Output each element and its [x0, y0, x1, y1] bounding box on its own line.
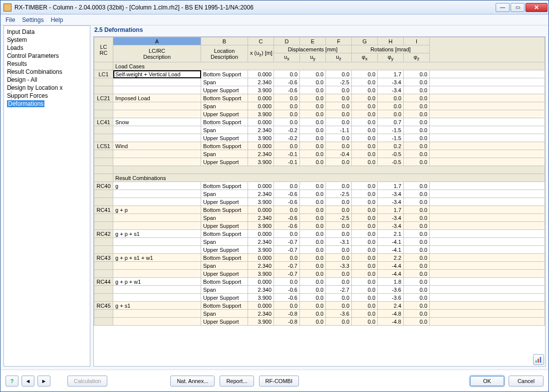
col-filler	[430, 37, 545, 62]
calculation-button[interactable]: Calculation	[67, 376, 107, 387]
nav-tree[interactable]: Input Data System Loads Control Paramete…	[3, 25, 90, 367]
table-row[interactable]: Upper Support3.900-0.60.00.00.0-3.60.0	[94, 294, 545, 302]
tree-support-forces[interactable]: Support Forces	[6, 92, 88, 100]
help-button[interactable]: ?	[5, 376, 18, 387]
col-xuz[interactable]: x (uz) [m]	[248, 45, 274, 62]
tree-system[interactable]: System	[6, 36, 88, 44]
data-grid[interactable]: LC RC A B C D E F G H I	[93, 36, 546, 367]
table-row[interactable]: Upper Support3.900-0.70.00.00.0-4.10.0	[94, 246, 545, 254]
table-row[interactable]: LC51WindBottom Support0.0000.00.00.00.00…	[94, 142, 545, 150]
table-row[interactable]: Span2.340-0.20.0-1.10.0-1.50.0	[94, 126, 545, 134]
report-button[interactable]: Report...	[220, 376, 254, 387]
table-row[interactable]: RC41g + pBottom Support0.0000.00.00.00.0…	[94, 206, 545, 214]
col-group-disp[interactable]: Displacements [mm]	[274, 45, 352, 53]
col-letter-h[interactable]: H	[378, 37, 404, 45]
col-letter-a[interactable]: A	[113, 37, 201, 45]
section-row: Load Cases	[94, 62, 545, 70]
menu-help[interactable]: Help	[51, 16, 63, 23]
table-row[interactable]: Upper Support3.900-0.10.00.00.0-0.50.0	[94, 158, 545, 166]
tree-deformations[interactable]: Deformations	[6, 100, 88, 108]
next-button[interactable]: ►	[37, 376, 50, 387]
svg-rect-2	[540, 357, 542, 363]
table-row[interactable]: Span2.340-0.60.0-2.50.0-3.40.0	[94, 190, 545, 198]
menubar: File Settings Help	[0, 14, 549, 25]
table-row[interactable]: Upper Support3.900-0.60.00.00.0-3.40.0	[94, 222, 545, 230]
prev-button[interactable]: ◄	[21, 376, 34, 387]
table-row[interactable]: Upper Support3.900-0.70.00.00.0-4.40.0	[94, 270, 545, 278]
col-letter-f[interactable]: F	[326, 37, 352, 45]
col-uz[interactable]: uz	[326, 53, 352, 62]
table-row[interactable]: Span2.340-0.70.0-3.30.0-4.40.0	[94, 262, 545, 270]
table-row[interactable]: Upper Support3.900-0.20.00.00.0-1.50.0	[94, 134, 545, 142]
table-row[interactable]: Upper Support3.900-0.80.00.00.0-4.80.0	[94, 318, 545, 326]
col-desc-a[interactable]: LC/RC Description	[113, 45, 201, 62]
col-letter-i[interactable]: I	[404, 37, 430, 45]
col-lc-rc[interactable]: LC RC	[94, 37, 113, 62]
graph-icon[interactable]	[533, 354, 544, 365]
table-row[interactable]: RC40gBottom Support0.0000.00.00.00.01.70…	[94, 182, 545, 190]
col-letter-d[interactable]: D	[274, 37, 300, 45]
col-phix[interactable]: φx	[352, 53, 378, 62]
col-phiz[interactable]: φz	[404, 53, 430, 62]
section-row: Result Combinations	[94, 174, 545, 182]
svg-rect-0	[536, 361, 537, 363]
table-row[interactable]: LC1Self-weight + Vertical LoadBottom Sup…	[94, 70, 545, 78]
rf-combi-button[interactable]: RF-COMBI	[259, 376, 299, 387]
tree-control-params[interactable]: Control Parameters	[6, 52, 88, 60]
tree-loads[interactable]: Loads	[6, 44, 88, 52]
table-row[interactable]: Span2.340-0.60.0-2.50.0-3.40.0	[94, 78, 545, 86]
table-row[interactable]: Span2.340-0.10.0-0.40.0-0.50.0	[94, 150, 545, 158]
table-row[interactable]: RC45g + s1Bottom Support0.0000.00.00.00.…	[94, 302, 545, 310]
col-phiy[interactable]: φy	[378, 53, 404, 62]
menu-settings[interactable]: Settings	[22, 16, 43, 23]
footer: ? ◄ ► Calculation Nat. Annex... Report..…	[0, 370, 549, 392]
table-row[interactable]: Upper Support3.9000.00.00.00.00.00.0	[94, 110, 545, 118]
tree-input-data[interactable]: Input Data	[6, 28, 88, 36]
titlebar[interactable]: RX-TIMBER - Column - 2.04.0003 (32bit) -…	[0, 0, 549, 14]
window-title: RX-TIMBER - Column - 2.04.0003 (32bit) -…	[14, 4, 496, 11]
maximize-button[interactable]: ▭	[511, 3, 525, 12]
nat-annex-button[interactable]: Nat. Annex...	[170, 376, 215, 387]
ok-button[interactable]: OK	[470, 376, 505, 387]
table-row[interactable]: Upper Support3.900-0.60.00.00.0-3.40.0	[94, 86, 545, 94]
app-icon	[3, 3, 11, 11]
col-letter-e[interactable]: E	[300, 37, 326, 45]
app-window: RX-TIMBER - Column - 2.04.0003 (32bit) -…	[0, 0, 549, 392]
table-row[interactable]: Upper Support3.900-0.60.00.00.0-3.40.0	[94, 198, 545, 206]
tree-result-combinations[interactable]: Result Combinations	[6, 68, 88, 76]
table-row[interactable]: Span0.0000.00.00.00.00.00.0	[94, 102, 545, 110]
table-row[interactable]: Span2.340-0.70.0-3.10.0-4.10.0	[94, 238, 545, 246]
minimize-button[interactable]: —	[496, 3, 510, 12]
cancel-button[interactable]: Cancel	[509, 376, 544, 387]
table-row[interactable]: RC43g + p + s1 + w1Bottom Support0.0000.…	[94, 254, 545, 262]
panel-title: 2.5 Deformations	[93, 25, 546, 36]
table-row[interactable]: Span2.340-0.60.0-2.70.0-3.60.0	[94, 286, 545, 294]
tree-design-location[interactable]: Design by Location x	[6, 84, 88, 92]
col-letter-b[interactable]: B	[201, 37, 248, 45]
tree-results[interactable]: Results	[6, 60, 88, 68]
col-desc-b[interactable]: Location Description	[201, 45, 248, 62]
tree-design-all[interactable]: Design - All	[6, 76, 88, 84]
table-row[interactable]: Span2.340-0.80.0-3.60.0-4.80.0	[94, 310, 545, 318]
close-button[interactable]: ✕	[526, 3, 548, 12]
col-group-rot[interactable]: Rotations [mrad]	[352, 45, 430, 53]
table-row[interactable]: RC44g + p + w1Bottom Support0.0000.00.00…	[94, 278, 545, 286]
col-letter-c[interactable]: C	[248, 37, 274, 45]
col-letter-g[interactable]: G	[352, 37, 378, 45]
table-row[interactable]: LC41SnowBottom Support0.0000.00.00.00.00…	[94, 118, 545, 126]
table-row[interactable]: LC21Imposed LoadBottom Support0.0000.00.…	[94, 94, 545, 102]
table-row[interactable]: Span2.340-0.60.0-2.50.0-3.40.0	[94, 214, 545, 222]
menu-file[interactable]: File	[5, 16, 15, 23]
col-uy[interactable]: uy	[300, 53, 326, 62]
svg-rect-1	[538, 359, 539, 363]
col-ux[interactable]: ux	[274, 53, 300, 62]
table-row[interactable]: RC42g + p + s1Bottom Support0.0000.00.00…	[94, 230, 545, 238]
